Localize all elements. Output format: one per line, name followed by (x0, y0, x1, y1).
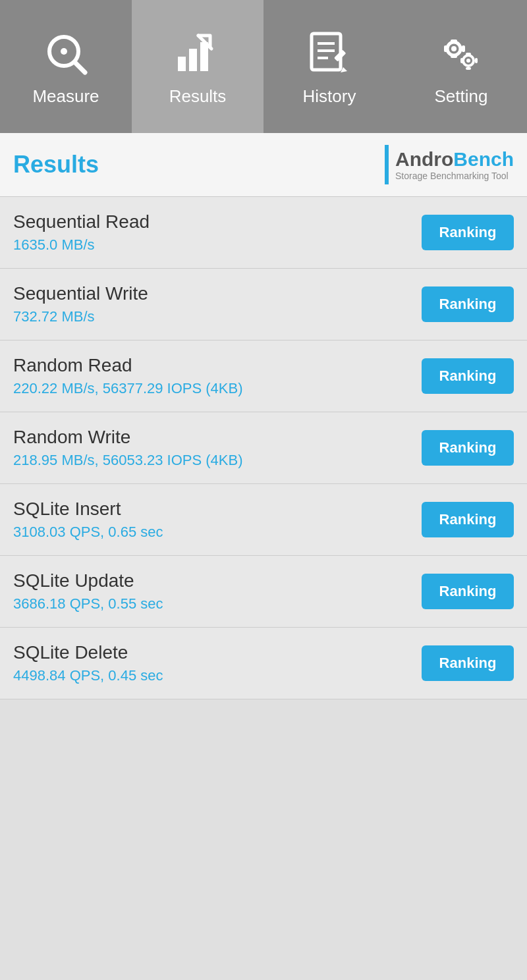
svg-rect-19 (444, 45, 447, 52)
svg-line-1 (75, 63, 85, 72)
ranking-button-random-read[interactable]: Ranking (422, 358, 514, 394)
result-row-sqlite-insert: SQLite Insert 3108.03 QPS, 0.65 sec Rank… (0, 484, 527, 556)
nav-measure[interactable]: Measure (0, 0, 132, 133)
logo-bar-decoration (385, 145, 389, 184)
result-value-sequential-read: 1635.0 MB/s (13, 236, 150, 254)
result-name-sqlite-update: SQLite Update (13, 570, 163, 591)
logo-subtitle: Storage Benchmarking Tool (395, 171, 514, 181)
svg-rect-21 (466, 53, 471, 55)
svg-rect-18 (451, 55, 457, 58)
results-list: Sequential Read 1635.0 MB/s Ranking Sequ… (0, 197, 527, 699)
ranking-button-random-write[interactable]: Ranking (422, 430, 514, 466)
result-value-sqlite-insert: 3108.03 QPS, 0.65 sec (13, 524, 163, 541)
result-row-sqlite-delete: SQLite Delete 4498.84 QPS, 0.45 sec Rank… (0, 628, 527, 699)
logo-androbench-text: AndroBench (395, 148, 514, 171)
results-icon (171, 27, 224, 80)
svg-point-14 (451, 46, 457, 51)
nav-results[interactable]: Results (132, 0, 264, 133)
svg-rect-4 (189, 49, 197, 71)
result-info-sequential-write: Sequential Write 732.72 MB/s (13, 283, 148, 325)
result-row-sequential-write: Sequential Write 732.72 MB/s Ranking (0, 269, 527, 340)
results-label: Results (169, 86, 227, 107)
result-value-sqlite-update: 3686.18 QPS, 0.55 sec (13, 595, 163, 612)
result-value-random-read: 220.22 MB/s, 56377.29 IOPS (4KB) (13, 380, 243, 397)
page-title: Results (13, 151, 99, 178)
nav-history[interactable]: History (264, 0, 395, 133)
history-icon (303, 27, 356, 80)
result-value-sqlite-delete: 4498.84 QPS, 0.45 sec (13, 667, 163, 684)
svg-rect-23 (460, 58, 463, 63)
result-row-sequential-read: Sequential Read 1635.0 MB/s Ranking (0, 197, 527, 269)
history-label: History (303, 86, 356, 107)
result-name-sequential-write: Sequential Write (13, 283, 148, 304)
svg-rect-22 (466, 67, 471, 70)
result-name-sequential-read: Sequential Read (13, 211, 150, 232)
nav-setting[interactable]: Setting (395, 0, 527, 133)
svg-rect-17 (451, 40, 457, 43)
logo-text: AndroBench Storage Benchmarking Tool (395, 148, 514, 181)
result-info-sqlite-delete: SQLite Delete 4498.84 QPS, 0.45 sec (13, 642, 163, 684)
result-name-random-read: Random Read (13, 355, 243, 376)
svg-rect-3 (178, 57, 186, 71)
measure-icon (40, 27, 92, 80)
svg-rect-24 (475, 58, 478, 63)
setting-icon (435, 27, 487, 80)
result-info-random-write: Random Write 218.95 MB/s, 56053.23 IOPS … (13, 427, 243, 469)
result-row-random-write: Random Write 218.95 MB/s, 56053.23 IOPS … (0, 412, 527, 484)
svg-point-2 (61, 48, 67, 55)
svg-rect-20 (462, 45, 465, 52)
ranking-button-sqlite-insert[interactable]: Ranking (422, 502, 514, 537)
result-info-random-read: Random Read 220.22 MB/s, 56377.29 IOPS (… (13, 355, 243, 397)
androbench-logo: AndroBench Storage Benchmarking Tool (385, 145, 514, 184)
setting-label: Setting (435, 86, 488, 107)
ranking-button-sequential-read[interactable]: Ranking (422, 215, 514, 250)
results-header: Results AndroBench Storage Benchmarking … (0, 133, 527, 197)
ranking-button-sequential-write[interactable]: Ranking (422, 286, 514, 322)
measure-label: Measure (32, 86, 99, 107)
svg-point-16 (466, 59, 470, 63)
result-row-random-read: Random Read 220.22 MB/s, 56377.29 IOPS (… (0, 340, 527, 412)
result-info-sqlite-insert: SQLite Insert 3108.03 QPS, 0.65 sec (13, 499, 163, 541)
result-info-sqlite-update: SQLite Update 3686.18 QPS, 0.55 sec (13, 570, 163, 612)
result-name-sqlite-delete: SQLite Delete (13, 642, 163, 663)
ranking-button-sqlite-update[interactable]: Ranking (422, 574, 514, 609)
ranking-button-sqlite-delete[interactable]: Ranking (422, 645, 514, 681)
result-value-random-write: 218.95 MB/s, 56053.23 IOPS (4KB) (13, 452, 243, 469)
nav-bar: Measure Results (0, 0, 527, 133)
result-info-sequential-read: Sequential Read 1635.0 MB/s (13, 211, 150, 254)
result-name-random-write: Random Write (13, 427, 243, 448)
result-value-sequential-write: 732.72 MB/s (13, 308, 148, 325)
result-name-sqlite-insert: SQLite Insert (13, 499, 163, 520)
result-row-sqlite-update: SQLite Update 3686.18 QPS, 0.55 sec Rank… (0, 556, 527, 628)
